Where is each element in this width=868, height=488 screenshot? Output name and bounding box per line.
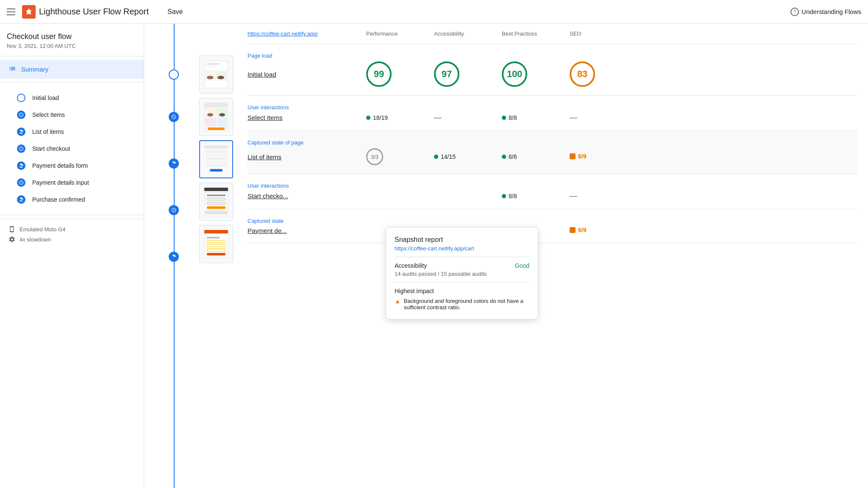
screenshot-thumb-4[interactable] (199, 183, 233, 221)
row-select-items: User interactions Select Items 18/19 (248, 96, 858, 131)
svg-rect-33 (205, 211, 227, 214)
svg-rect-2 (207, 63, 220, 65)
row-title-3[interactable]: List of items (248, 153, 366, 161)
tooltip-impact-title: Highest impact (395, 288, 529, 294)
svg-rect-17 (208, 128, 225, 130)
payment-details-link[interactable]: Payment de... (248, 227, 287, 234)
seo-dash-2: — (570, 191, 577, 200)
screenshot-thumb-2[interactable] (199, 98, 233, 136)
a11y-score-initial: 97 (434, 61, 502, 87)
nav-item-label: List of items (32, 128, 64, 135)
page-load-node (169, 69, 179, 80)
nav-item-select-items[interactable]: Select Items (0, 106, 144, 123)
row-data-list-of-items: List of items 3/3 14/15 (248, 148, 858, 165)
hamburger-menu[interactable] (7, 8, 15, 15)
main-layout: Checkout user flow Nov 3, 2021, 12:00 AM… (0, 24, 868, 488)
svg-rect-22 (205, 157, 227, 160)
svg-rect-40 (207, 249, 225, 251)
svg-rect-24 (205, 164, 227, 166)
device-info: Emulated Moto G4 (8, 226, 135, 233)
start-checkout-link[interactable]: Start checko... (248, 192, 288, 200)
nav-item-payment-details-form[interactable]: Payment details form (0, 157, 144, 174)
seo-score-payment: 6/9 (570, 227, 629, 234)
screenshot-thumb-3[interactable] (199, 140, 233, 178)
nav-item-purchase-confirmed[interactable]: Purchase confirmed (0, 191, 144, 208)
bp-header: Best Practices (502, 30, 570, 37)
payment-details-input-icon (17, 178, 25, 187)
a11y-score-select: — (434, 113, 502, 122)
save-button[interactable]: Save (162, 6, 188, 18)
nav-item-start-checkout[interactable]: Start checkout (0, 140, 144, 157)
sidebar-header: Checkout user flow Nov 3, 2021, 12:00 AM… (0, 24, 144, 53)
svg-rect-38 (207, 240, 225, 243)
row-title-5[interactable]: Payment de... (248, 227, 366, 234)
svg-rect-3 (207, 66, 215, 67)
row-data-select-items: Select Items 18/19 — (248, 113, 858, 122)
bp-score-initial: 100 (502, 61, 570, 87)
tooltip-a11y-value: Good (515, 262, 529, 269)
tooltip-impact-item: ▲ Background and foreground colors do no… (395, 298, 529, 311)
sidebar: Checkout user flow Nov 3, 2021, 12:00 AM… (0, 24, 144, 488)
seo-score-initial: 83 (570, 61, 629, 87)
svg-rect-21 (205, 154, 227, 156)
initial-load-link[interactable]: Initial load (248, 71, 276, 78)
row-type-label-2: User interactions (248, 104, 858, 111)
timeline-node-2 (169, 112, 179, 122)
bp-score-checkout: 8/8 (502, 193, 570, 200)
main-content: https://coffee-cart.netlify.app/ Perform… (144, 24, 868, 488)
row-title-4[interactable]: Start checko... (248, 192, 366, 200)
green-dot-4 (502, 155, 506, 159)
table-area: https://coffee-cart.netlify.app/ Perform… (237, 24, 868, 488)
svg-rect-35 (204, 230, 228, 233)
perf-score-select: 18/19 (366, 114, 434, 121)
seo-badge-6-9-payment: 6/9 (570, 227, 586, 233)
row-payment-details: Captured state Payment de... 6/6 (248, 209, 858, 243)
nav-item-label: Payment details input (32, 179, 89, 186)
perf-circle-99: 99 (366, 61, 392, 87)
understanding-flows-label: Understanding Flows (801, 8, 861, 15)
svg-rect-37 (207, 237, 220, 238)
tooltip-title: Snapshot report (395, 236, 529, 244)
svg-rect-27 (204, 188, 228, 191)
flow-title: Checkout user flow (7, 32, 137, 41)
perf-badge-18-19: 18/19 (366, 114, 388, 121)
nav-item-label: Initial load (32, 94, 59, 101)
orange-square (570, 153, 576, 159)
col-headers: https://coffee-cart.netlify.app/ Perform… (248, 24, 858, 44)
perf-header: Performance (366, 30, 434, 37)
row-type-label: Page load (248, 53, 858, 59)
nav-item-payment-details-input[interactable]: Payment details input (0, 174, 144, 191)
row-title-2[interactable]: Select Items (248, 114, 366, 121)
a11y-dash: — (434, 113, 442, 122)
svg-rect-31 (207, 202, 225, 205)
app-title: Lighthouse User Flow Report (39, 7, 149, 17)
row-list-of-items: Captured state of page List of items 3/3 (248, 131, 858, 174)
url-header[interactable]: https://coffee-cart.netlify.app/ (248, 30, 366, 37)
warning-triangle-icon: ▲ (395, 298, 401, 305)
seo-badge-6-9: 6/9 (570, 153, 586, 160)
svg-rect-39 (207, 244, 225, 247)
user-interactions-node (169, 112, 179, 122)
svg-rect-16 (217, 118, 228, 126)
tooltip-a11y-label: Accessibility (395, 262, 427, 269)
list-of-items-link[interactable]: List of items (248, 153, 281, 161)
slowdown-label: 4x slowdown (19, 236, 51, 243)
summary-item[interactable]: Summary (0, 60, 144, 79)
snapshot-node (169, 158, 179, 169)
select-items-link[interactable]: Select Items (248, 114, 283, 121)
svg-rect-15 (205, 118, 216, 126)
bp-circle-100: 100 (502, 61, 527, 87)
nav-item-list-of-items[interactable]: List of items (0, 123, 144, 140)
a11y-header: Accessibility (434, 30, 502, 37)
row-title[interactable]: Initial load (248, 71, 366, 78)
start-checkout-icon (17, 144, 25, 153)
understanding-flows-link[interactable]: ? Understanding Flows (790, 8, 861, 16)
nav-item-initial-load[interactable]: Initial load (0, 89, 144, 106)
screenshot-thumb-1[interactable] (199, 55, 233, 94)
perf-score-list: 3/3 (366, 148, 434, 165)
timeline-node-3 (169, 158, 179, 169)
screenshot-thumb-5[interactable] (199, 225, 233, 263)
timeline-node-4 (169, 205, 179, 215)
svg-rect-25 (210, 169, 223, 172)
timeline-node-1 (169, 69, 179, 80)
